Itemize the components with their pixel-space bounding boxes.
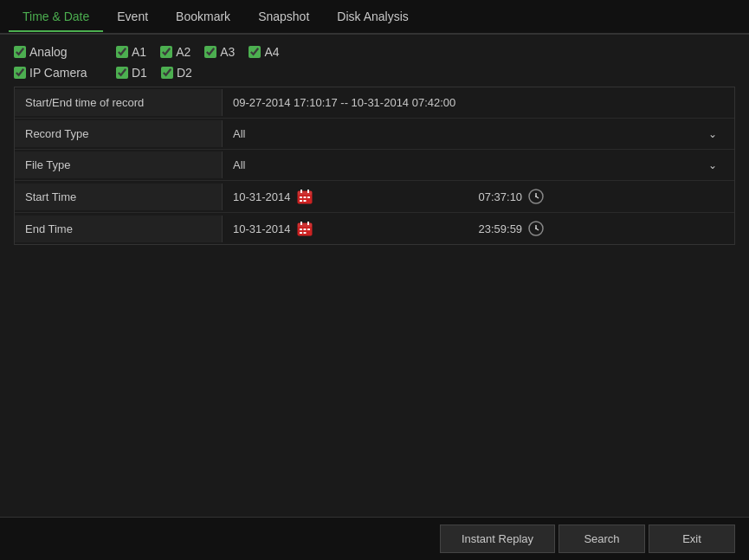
ip-d1[interactable]: D1 xyxy=(116,66,147,80)
record-type-text: All xyxy=(233,127,245,140)
start-end-value: 09-27-2014 17:10:17 -- 10-31-2014 07:42:… xyxy=(223,89,734,116)
svg-rect-9 xyxy=(303,200,306,202)
end-date-text: 10-31-2014 xyxy=(233,222,291,235)
analog-a3[interactable]: A3 xyxy=(204,45,235,59)
d1-checkbox[interactable] xyxy=(116,67,128,79)
analog-label: Analog xyxy=(29,45,99,59)
start-end-label: Start/End time of record xyxy=(15,89,223,116)
instant-replay-button[interactable]: Instant Replay xyxy=(440,525,555,553)
start-date-section: 10-31-2014 xyxy=(233,188,479,205)
svg-rect-8 xyxy=(300,200,302,202)
record-type-row: Record Type All ⌄ xyxy=(15,119,734,150)
start-time-text: 07:37:10 xyxy=(479,190,523,203)
end-time-section: 23:59:59 xyxy=(479,220,725,237)
svg-rect-2 xyxy=(298,191,312,195)
start-time-fields: 10-31-2014 xyxy=(233,188,724,205)
start-time-label: Start Time xyxy=(15,183,223,210)
start-time-section: 07:37:10 xyxy=(479,188,725,205)
svg-rect-20 xyxy=(307,229,310,230)
analog-a4[interactable]: A4 xyxy=(249,45,279,59)
a4-checkbox[interactable] xyxy=(249,46,261,58)
nav-item-snapshot[interactable]: Snapshot xyxy=(244,3,323,30)
analog-checkbox-item[interactable]: Analog xyxy=(14,45,99,59)
ip-camera-row: IP Camera D1 D2 xyxy=(14,66,735,80)
start-date-text: 10-31-2014 xyxy=(233,190,291,203)
end-time-label: End Time xyxy=(15,216,223,242)
svg-rect-22 xyxy=(303,232,306,234)
file-type-value[interactable]: All ⌄ xyxy=(223,151,734,178)
a1-label: A1 xyxy=(132,45,146,59)
svg-rect-15 xyxy=(298,223,312,227)
d2-label: D2 xyxy=(177,66,192,80)
end-date-section: 10-31-2014 xyxy=(233,220,479,237)
record-table: Start/End time of record 09-27-2014 17:1… xyxy=(14,87,735,245)
svg-rect-5 xyxy=(300,196,302,198)
record-type-dropdown-icon[interactable]: ⌄ xyxy=(708,128,717,140)
end-time-row: End Time 10-31-2014 xyxy=(15,213,734,244)
ip-d2[interactable]: D2 xyxy=(161,66,192,80)
main-content: Analog A1 A2 A3 A4 IP Camera xyxy=(0,35,749,255)
search-button[interactable]: Search xyxy=(559,525,645,553)
a2-checkbox[interactable] xyxy=(160,46,172,58)
end-time-clock-icon[interactable] xyxy=(527,220,545,237)
ip-label: IP Camera xyxy=(29,66,99,80)
file-type-label: File Type xyxy=(15,151,223,178)
end-time-text: 23:59:59 xyxy=(479,222,523,235)
analog-row: Analog A1 A2 A3 A4 xyxy=(14,45,735,59)
file-type-row: File Type All ⌄ xyxy=(15,150,734,181)
file-type-text: All xyxy=(233,158,245,171)
d2-checkbox[interactable] xyxy=(161,67,173,79)
start-time-value: 10-31-2014 xyxy=(223,181,734,212)
svg-rect-18 xyxy=(300,229,302,230)
analog-checkbox[interactable] xyxy=(14,46,26,58)
svg-rect-21 xyxy=(300,232,302,234)
nav-item-disk-analysis[interactable]: Disk Analysis xyxy=(323,3,422,30)
a4-label: A4 xyxy=(264,45,279,59)
a3-label: A3 xyxy=(220,45,235,59)
record-type-label: Record Type xyxy=(15,120,223,147)
nav-item-event[interactable]: Event xyxy=(103,3,162,30)
a3-checkbox[interactable] xyxy=(204,46,216,58)
svg-rect-19 xyxy=(303,229,306,230)
analog-a2[interactable]: A2 xyxy=(160,45,190,59)
ip-checkbox-item[interactable]: IP Camera xyxy=(14,66,99,80)
nav-bar: Time & Date Event Bookmark Snapshot Disk… xyxy=(0,0,749,35)
start-time-row: Start Time 10-31-2014 xyxy=(15,181,734,213)
start-time-clock-icon[interactable] xyxy=(527,188,545,205)
end-time-fields: 10-31-2014 xyxy=(233,220,724,237)
record-type-value[interactable]: All ⌄ xyxy=(223,120,734,147)
analog-channels-group: A1 A2 A3 A4 xyxy=(116,45,280,59)
end-time-value: 10-31-2014 xyxy=(223,213,734,244)
d1-label: D1 xyxy=(132,66,147,80)
end-date-calendar-icon[interactable] xyxy=(296,220,313,237)
bottom-bar: Instant Replay Search Exit xyxy=(0,517,749,560)
nav-item-bookmark[interactable]: Bookmark xyxy=(162,3,244,30)
a2-label: A2 xyxy=(176,45,190,59)
file-type-dropdown-icon[interactable]: ⌄ xyxy=(708,159,717,171)
svg-rect-6 xyxy=(303,196,306,198)
a1-checkbox[interactable] xyxy=(116,46,128,58)
svg-point-26 xyxy=(535,228,537,229)
nav-item-time-date[interactable]: Time & Date xyxy=(9,3,103,32)
exit-button[interactable]: Exit xyxy=(649,525,735,553)
ip-checkbox[interactable] xyxy=(14,67,26,79)
svg-point-13 xyxy=(535,196,537,197)
start-end-row: Start/End time of record 09-27-2014 17:1… xyxy=(15,87,734,119)
ip-channels-group: D1 D2 xyxy=(116,66,192,80)
start-date-calendar-icon[interactable] xyxy=(296,188,313,205)
svg-rect-7 xyxy=(307,196,310,198)
analog-a1[interactable]: A1 xyxy=(116,45,146,59)
